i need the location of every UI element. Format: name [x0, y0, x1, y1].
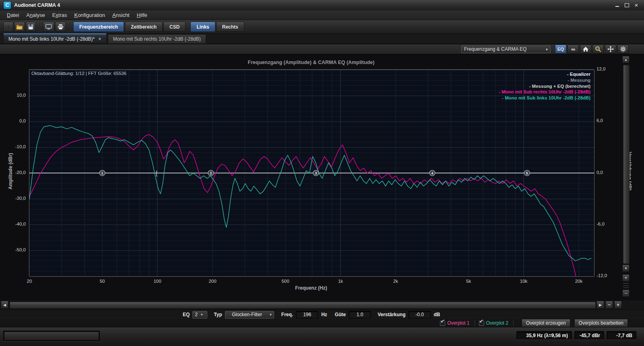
overplot-checkbox-1[interactable]: ✔	[440, 321, 445, 325]
view-button-frequenzbereich[interactable]: Frequenzbereich	[73, 22, 124, 32]
scroll-right-button[interactable]: ▶	[597, 301, 604, 309]
tab-close-icon[interactable]: ×	[98, 37, 101, 41]
overplot-checkbox-2[interactable]: ✔	[479, 321, 484, 325]
menu-item-analyse[interactable]: Analyse	[23, 11, 48, 19]
view-toolbar: Frequenzgang & CARMA EQ ▾ EQ ∞	[0, 44, 644, 54]
save-icon	[28, 24, 34, 30]
print-button[interactable]	[55, 22, 66, 32]
open-button[interactable]	[14, 22, 25, 32]
q-input[interactable]	[349, 311, 371, 319]
status-field-2: -45,7 dBr	[574, 331, 604, 340]
zoom-in-y-button[interactable]: +	[622, 274, 630, 282]
screenshot-button[interactable]	[43, 22, 54, 32]
chart-region: Frequenzgang (Amplitude) & CARMA EQ (Amp…	[0, 54, 644, 300]
menu-item-hilfe[interactable]: Hilfe	[133, 11, 151, 19]
overplot-row: ✔Overplot 1✔Overplot 2Overplot erzeugenO…	[0, 319, 644, 327]
x-tick: 20k	[575, 279, 583, 284]
zoom-icon	[595, 46, 601, 52]
check-icon: ✔	[440, 318, 445, 324]
record-button[interactable]	[3, 22, 13, 32]
zoom-out-y-button[interactable]: −	[622, 290, 630, 297]
scroll-up-button[interactable]: ▲	[622, 56, 630, 63]
eq-marker-2[interactable]: 2	[208, 170, 214, 176]
window-controls: ×	[613, 2, 640, 8]
scrollbar-grip[interactable]	[623, 283, 629, 288]
zoom-button[interactable]	[592, 45, 604, 54]
screenshot-icon	[45, 24, 52, 30]
toolbar: FrequenzbereichZeitbereichCSD LinksRecht…	[0, 20, 644, 34]
chevron-down-icon: ▾	[201, 313, 203, 317]
x-tick: 200	[208, 279, 216, 284]
overplot-label-2: Overplot 2	[486, 320, 508, 326]
y-left-tick: 0,0	[0, 118, 26, 123]
settings-button[interactable]	[617, 45, 629, 54]
view-select[interactable]: Frequenzgang & CARMA EQ ▾	[461, 46, 551, 53]
svg-text:2: 2	[210, 171, 212, 175]
overplot-button-1[interactable]: Overplot erzeugen	[522, 319, 570, 327]
x-tick: 20	[27, 279, 32, 284]
gain-input[interactable]	[409, 311, 431, 319]
x-tick: 100	[153, 279, 161, 284]
view-button-zeitbereich[interactable]: Zeitbereich	[125, 22, 163, 32]
view-select-value: Frequenzgang & CARMA EQ	[464, 46, 526, 52]
y-right-tick: 6,0	[597, 118, 603, 123]
eq-number-value: 2	[195, 312, 198, 317]
x-tick: 1k	[338, 279, 343, 284]
app-icon: C	[4, 2, 11, 9]
settings-icon	[620, 46, 626, 52]
eq-marker-4[interactable]: 4	[429, 170, 435, 176]
menu-item-ansicht[interactable]: Ansicht	[109, 11, 133, 19]
menu-item-datei[interactable]: Datei	[3, 11, 23, 19]
plot-area[interactable]: [12345	[29, 69, 594, 277]
tabbar: Mono mit Sub links 10Uhr -2dB (-28dB)*×M…	[0, 34, 644, 44]
channel-button-links[interactable]: Links	[190, 22, 215, 32]
x-tick: 5k	[466, 279, 471, 284]
move-button[interactable]	[605, 45, 616, 54]
status-field-1: 35,9 Hz (λ=9,56 m)	[516, 331, 572, 340]
progress-bar	[3, 331, 100, 341]
overplot-button-2[interactable]: Overplots bearbeiten	[574, 319, 628, 327]
minimize-icon[interactable]	[613, 2, 621, 8]
eq-number-select[interactable]: 2 ▾	[192, 311, 207, 319]
view-button-csd[interactable]: CSD	[163, 22, 186, 32]
freq-input[interactable]	[296, 311, 318, 319]
save-button[interactable]	[26, 22, 36, 32]
tab-1[interactable]: Mono mit Sub links 10Uhr -2dB (-28dB)*×	[3, 33, 107, 44]
tab-label: Mono mit Sub rechts 10Uhr -2dB (-28dB)	[113, 36, 201, 42]
horizontal-scrollbar: ◀ ▶ − +	[0, 300, 644, 309]
filter-type-select[interactable]: Glocken-Filter ▾	[225, 311, 274, 319]
eq-toggle-button[interactable]: EQ	[555, 45, 566, 54]
menu-item-konfiguration[interactable]: Konfiguration	[70, 11, 109, 19]
vertical-scroll-thumb[interactable]	[623, 65, 630, 264]
eq-marker-1[interactable]: 1	[99, 170, 105, 176]
eq-controls-row: EQ 2 ▾ Typ Glocken-Filter ▾ Freq. Hz Güt…	[0, 309, 644, 319]
y-left-tick: -50,0	[0, 247, 26, 252]
svg-text:4: 4	[431, 171, 433, 175]
eq-cursor-bracket[interactable]: [	[156, 170, 157, 176]
scroll-down-button[interactable]: ▼	[622, 265, 630, 272]
channel-button-rechts[interactable]: Rechts	[216, 22, 244, 32]
close-icon[interactable]: ×	[633, 2, 640, 8]
gain-unit-label: dB	[434, 312, 440, 317]
chart-title: Frequenzgang (Amplitude) & CARMA EQ (Amp…	[0, 60, 622, 65]
link-button[interactable]: ∞	[568, 45, 579, 54]
eq-marker-5[interactable]: 5	[524, 170, 530, 176]
tab-2[interactable]: Mono mit Sub rechts 10Uhr -2dB (-28dB)	[108, 34, 206, 44]
vertical-scroll-track[interactable]	[622, 64, 630, 264]
y-left-tick: -30,0	[0, 196, 26, 201]
y-right-tick: 0,0	[597, 170, 603, 175]
zoom-in-x-button[interactable]: +	[614, 301, 622, 309]
maximize-icon[interactable]	[623, 2, 630, 8]
home-button[interactable]	[580, 45, 591, 54]
horizontal-scroll-thumb[interactable]	[10, 302, 596, 309]
eq-marker-3[interactable]: 3	[313, 170, 319, 176]
horizontal-scroll-track[interactable]	[9, 301, 596, 309]
scroll-left-button[interactable]: ◀	[1, 301, 8, 309]
menu-item-extras[interactable]: Extras	[49, 11, 71, 19]
zoom-out-x-button[interactable]: −	[605, 301, 613, 309]
chevron-down-icon: ▾	[546, 47, 548, 52]
x-tick: 10k	[520, 279, 528, 284]
freq-label: Freq.	[281, 312, 293, 317]
window-titlebar: C Audionet CARMA 4 ×	[0, 0, 644, 11]
y-right-tick: -12,0	[597, 273, 607, 278]
